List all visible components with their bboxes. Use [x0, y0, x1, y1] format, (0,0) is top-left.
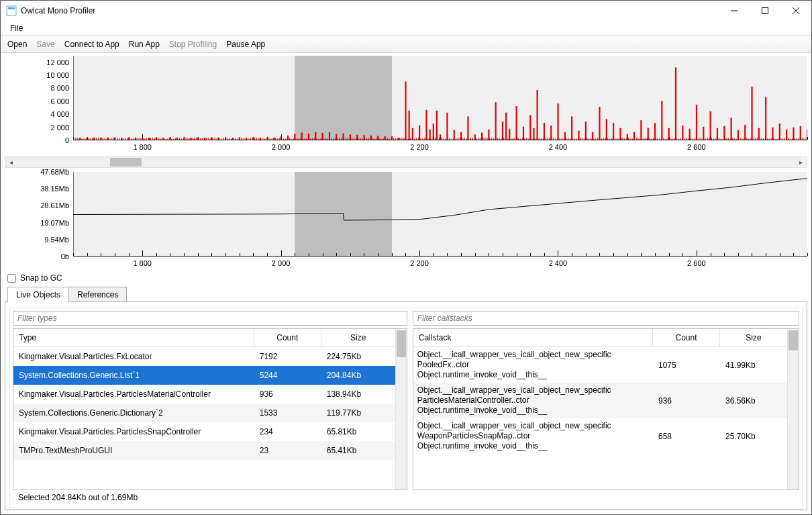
svg-rect-404	[665, 139, 666, 140]
svg-rect-410	[678, 139, 679, 140]
svg-rect-239	[323, 138, 324, 140]
menu-file[interactable]: File	[6, 22, 27, 34]
svg-rect-292	[433, 138, 434, 140]
svg-rect-290	[428, 138, 429, 140]
filter-callstacks-box[interactable]	[413, 311, 799, 326]
filter-callstacks-input[interactable]	[416, 313, 796, 324]
svg-rect-127	[90, 138, 91, 140]
alloc-plot[interactable]	[73, 56, 807, 140]
cell-size: 65.81Kb	[321, 422, 395, 441]
th-cs-count[interactable]: Count	[653, 329, 720, 346]
svg-rect-226	[295, 138, 297, 140]
svg-rect-253	[352, 138, 353, 140]
scroll-track[interactable]	[17, 157, 795, 167]
table-row[interactable]: System.Collections.Generic.Dictionary`21…	[13, 404, 395, 422]
filter-types-box[interactable]	[13, 311, 407, 326]
snap-checkbox[interactable]	[7, 274, 16, 283]
svg-rect-296	[441, 138, 442, 140]
svg-rect-86	[585, 122, 587, 140]
th-size[interactable]: Size	[321, 329, 395, 346]
types-table: Type Count Size Kingmaker.Visual.Particl…	[13, 328, 407, 490]
svg-rect-236	[316, 139, 317, 140]
filter-types-input[interactable]	[16, 313, 404, 324]
action-save[interactable]: Save	[36, 40, 54, 49]
mem-plot[interactable]	[73, 172, 807, 256]
scroll-left-icon[interactable]: ◂	[5, 157, 17, 167]
svg-rect-452	[765, 138, 766, 140]
th-count[interactable]: Count	[254, 329, 321, 346]
action-run[interactable]: Run App	[129, 40, 160, 49]
cell-count: 234	[254, 422, 321, 441]
svg-rect-182	[204, 139, 205, 140]
svg-rect-266	[378, 138, 380, 140]
window-title: Owlcat Mono Profiler	[21, 6, 719, 15]
svg-rect-393	[642, 138, 644, 140]
svg-rect-362	[578, 138, 579, 140]
svg-rect-136	[109, 138, 110, 140]
svg-rect-320	[491, 138, 492, 140]
svg-rect-249	[344, 138, 344, 140]
svg-rect-367	[589, 138, 590, 140]
svg-rect-392	[640, 139, 642, 140]
svg-rect-372	[599, 138, 600, 140]
table-row[interactable]: Object.__icall_wrapper_ves_icall_object_…	[413, 383, 787, 418]
svg-rect-411	[680, 138, 681, 140]
svg-rect-309	[468, 139, 469, 140]
svg-rect-163	[164, 139, 166, 140]
svg-rect-345	[543, 138, 544, 140]
svg-rect-207	[256, 138, 257, 140]
mem-xaxis: 1 8002 0002 2002 4002 600	[73, 256, 807, 271]
close-button[interactable]	[780, 1, 811, 21]
svg-rect-166	[171, 139, 172, 140]
table-row[interactable]: System.Collections.Generic.List`15244204…	[13, 366, 395, 385]
svg-rect-188	[217, 138, 218, 140]
svg-rect-336	[524, 139, 525, 140]
tab-references[interactable]: References	[68, 287, 127, 302]
svg-rect-75	[516, 106, 517, 140]
svg-rect-141	[119, 138, 120, 140]
tab-live-objects[interactable]: Live Objects	[7, 287, 69, 303]
callstack-vthumb[interactable]	[789, 330, 798, 350]
svg-rect-375	[605, 138, 607, 140]
svg-rect-114	[779, 124, 780, 140]
action-pause[interactable]: Pause App	[226, 40, 265, 49]
svg-rect-419	[697, 139, 698, 140]
svg-rect-357	[568, 138, 569, 140]
svg-rect-418	[695, 138, 696, 140]
table-row[interactable]: Kingmaker.Visual.Particles.ParticlesSnap…	[13, 422, 395, 441]
table-row[interactable]: Kingmaker.Visual.Particles.FxLocator7192…	[13, 347, 395, 366]
svg-rect-341	[534, 138, 536, 140]
app-window: Owlcat Mono Profiler File Open Save Conn…	[0, 0, 812, 515]
timeline-scrollbar[interactable]: ◂ ▸	[5, 156, 807, 168]
svg-rect-472	[807, 138, 807, 140]
table-row[interactable]: Kingmaker.Visual.Particles.ParticlesMate…	[13, 385, 395, 404]
types-vthumb[interactable]	[397, 330, 406, 357]
types-vscroll[interactable]	[395, 329, 407, 489]
th-type[interactable]: Type	[13, 329, 254, 346]
cell-type: Kingmaker.Visual.Particles.FxLocator	[13, 347, 254, 366]
svg-rect-60	[429, 130, 431, 140]
svg-rect-181	[202, 138, 203, 140]
svg-rect-58	[419, 126, 420, 140]
svg-rect-106	[723, 126, 725, 140]
scroll-thumb[interactable]	[110, 158, 141, 167]
table-row[interactable]: Object.__icall_wrapper_ves_icall_object_…	[413, 347, 787, 383]
action-open[interactable]: Open	[7, 40, 27, 49]
snap-label[interactable]: Snap to GC	[20, 273, 62, 283]
minimize-button[interactable]	[719, 1, 750, 21]
svg-rect-456	[773, 138, 774, 140]
th-cs-size[interactable]: Size	[720, 329, 787, 346]
table-row[interactable]: TMPro.TextMeshProUGUI2365.41Kb	[13, 441, 395, 460]
action-connect[interactable]: Connect to App	[64, 40, 119, 49]
svg-rect-158	[154, 138, 156, 140]
svg-rect-293	[435, 138, 436, 140]
maximize-button[interactable]	[750, 1, 780, 21]
svg-rect-154	[146, 138, 147, 140]
th-callstack[interactable]: Callstack	[413, 329, 653, 346]
action-stop[interactable]: Stop Profiling	[169, 40, 217, 49]
svg-rect-399	[655, 138, 656, 140]
scroll-right-icon[interactable]: ▸	[795, 157, 807, 167]
callstack-vscroll[interactable]	[787, 329, 799, 489]
table-row[interactable]: Object.__icall_wrapper_ves_icall_object_…	[413, 418, 787, 454]
svg-rect-205	[252, 138, 253, 140]
